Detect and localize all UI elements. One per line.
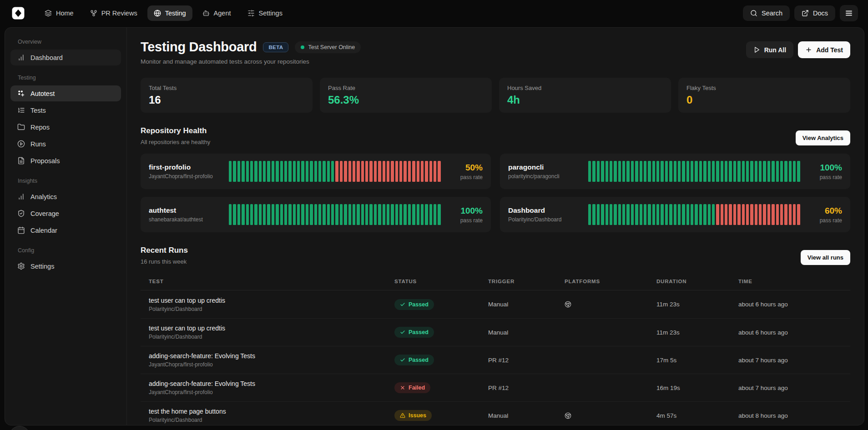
sidebar-item-repos[interactable]: Repos bbox=[10, 119, 121, 135]
pass-bar bbox=[618, 204, 621, 225]
pass-rate-label: pass rate bbox=[449, 217, 483, 224]
sidebar-item-analytics[interactable]: Analytics bbox=[10, 189, 121, 205]
run-test-cell: test the home page buttonsPolarityinc/Da… bbox=[149, 408, 394, 423]
repo-path: shanebarakat/authtest bbox=[149, 216, 221, 223]
pass-bar bbox=[772, 161, 774, 182]
view-analytics-button[interactable]: View Analytics bbox=[796, 130, 850, 145]
repo-card-authtest[interactable]: authtestshanebarakat/authtest100%pass ra… bbox=[141, 197, 491, 232]
run-test-repo: Polarityinc/Dashboard bbox=[149, 417, 394, 423]
pass-bar bbox=[293, 204, 296, 225]
pass-bar bbox=[246, 204, 249, 225]
repo-card-paragoncli[interactable]: paragonclipolarityinc/paragoncli100%pass… bbox=[500, 154, 850, 189]
fail-bar bbox=[353, 161, 355, 182]
app-logo[interactable] bbox=[10, 5, 26, 21]
repo-health-title: Repository Health bbox=[141, 126, 210, 135]
pass-bar bbox=[246, 161, 249, 182]
pass-bar bbox=[592, 204, 595, 225]
run-row[interactable]: adding-search-feature: Evolving TestsJay… bbox=[141, 346, 850, 374]
pass-bar bbox=[344, 204, 347, 225]
column-header-trigger: TRIGGER bbox=[488, 279, 565, 284]
run-test-name: test user can top up credtis bbox=[149, 297, 394, 304]
repo-card-dashboard[interactable]: DashboardPolarityinc/Dashboard60%pass ra… bbox=[500, 197, 850, 232]
pass-bar bbox=[318, 204, 321, 225]
fail-bar bbox=[374, 161, 377, 182]
menu-button[interactable] bbox=[840, 5, 858, 21]
play-icon bbox=[753, 46, 760, 53]
header-actions: Run All Add Test bbox=[746, 41, 850, 58]
run-all-label: Run All bbox=[764, 46, 786, 54]
pass-bar bbox=[314, 204, 317, 225]
pass-bar bbox=[695, 204, 697, 225]
nav-item-agent[interactable]: Agent bbox=[196, 5, 237, 21]
pass-bar bbox=[635, 204, 638, 225]
pass-bar bbox=[387, 204, 389, 225]
nav-item-home[interactable]: Home bbox=[38, 5, 80, 21]
pass-bar bbox=[601, 161, 604, 182]
pass-bar bbox=[755, 161, 757, 182]
sidebar-item-dashboard[interactable]: Dashboard bbox=[10, 50, 121, 65]
sidebar-item-settings[interactable]: Settings bbox=[10, 258, 121, 274]
nav-item-settings[interactable]: Settings bbox=[241, 5, 289, 21]
nav-item-pr-reviews[interactable]: PR Reviews bbox=[84, 5, 144, 21]
fail-bar bbox=[750, 204, 753, 225]
docs-button[interactable]: Docs bbox=[794, 5, 835, 21]
run-all-button[interactable]: Run All bbox=[746, 41, 793, 58]
pass-bar bbox=[306, 204, 308, 225]
pass-bar bbox=[369, 204, 372, 225]
pass-bar bbox=[601, 204, 604, 225]
run-row[interactable]: test user can top up credtisPolarityinc/… bbox=[141, 318, 850, 346]
nav-item-testing[interactable]: Testing bbox=[147, 5, 192, 21]
sidebar-item-calendar[interactable]: Calendar bbox=[10, 222, 121, 238]
sidebar-item-autotest[interactable]: Autotest bbox=[10, 85, 121, 101]
sidebar-item-tests[interactable]: Tests bbox=[10, 102, 121, 118]
status-label: Failed bbox=[409, 385, 425, 391]
pass-bar bbox=[391, 204, 394, 225]
run-test-repo: Polarityinc/Dashboard bbox=[149, 334, 394, 340]
pass-bar bbox=[365, 204, 368, 225]
server-status-label: Test Server Online bbox=[308, 44, 355, 50]
sidebar-item-coverage[interactable]: Coverage bbox=[10, 205, 121, 221]
fail-bar bbox=[369, 161, 372, 182]
fail-bar bbox=[767, 204, 770, 225]
beta-badge: BETA bbox=[263, 42, 288, 52]
pass-bar bbox=[721, 161, 723, 182]
run-row[interactable]: test user can top up credtisPolarityinc/… bbox=[141, 290, 850, 318]
pass-bar bbox=[280, 204, 283, 225]
sidebar-item-label: Runs bbox=[30, 140, 46, 148]
fail-bar bbox=[340, 161, 343, 182]
pass-bar bbox=[327, 161, 330, 182]
view-all-runs-button[interactable]: View all runs bbox=[801, 250, 850, 265]
repo-name: authtest bbox=[149, 206, 221, 215]
search-label: Search bbox=[762, 10, 782, 17]
sidebar-item-runs[interactable]: Runs bbox=[10, 136, 121, 152]
pass-bar bbox=[259, 161, 262, 182]
repo-card-first-profolio[interactable]: first-profolioJayantChopra/first-profoli… bbox=[141, 154, 491, 189]
fail-bar bbox=[391, 161, 394, 182]
pass-bar bbox=[399, 204, 402, 225]
status-label: Issues bbox=[409, 412, 426, 419]
pass-bar bbox=[280, 161, 283, 182]
pass-bar bbox=[656, 161, 659, 182]
run-row[interactable]: test the home page buttonsPolarityinc/Da… bbox=[141, 401, 850, 425]
repo-pass-rate-value: 50% bbox=[449, 163, 483, 173]
pass-bar bbox=[357, 204, 359, 225]
pass-bar bbox=[622, 204, 625, 225]
sidebar-item-proposals[interactable]: Proposals bbox=[10, 153, 121, 169]
run-test-name: test user can top up credtis bbox=[149, 325, 394, 332]
repo-pass-rate: 50%pass rate bbox=[449, 163, 483, 180]
online-dot-icon bbox=[301, 45, 304, 49]
stat-card-total-tests: Total Tests16 bbox=[141, 78, 313, 113]
pass-bar bbox=[314, 161, 317, 182]
pass-bar bbox=[318, 161, 321, 182]
run-trigger: PR #12 bbox=[488, 357, 565, 364]
search-button[interactable]: Search bbox=[743, 5, 790, 21]
pass-bar bbox=[618, 161, 621, 182]
run-duration: 16m 19s bbox=[656, 385, 738, 391]
user-avatar[interactable] bbox=[9, 426, 30, 430]
search-icon bbox=[750, 10, 757, 17]
run-row[interactable]: adding-search-feature: Evolving TestsJay… bbox=[141, 374, 850, 401]
check-icon bbox=[400, 357, 405, 363]
pass-bar bbox=[669, 161, 672, 182]
add-test-button[interactable]: Add Test bbox=[798, 41, 850, 58]
pass-bar bbox=[588, 161, 591, 182]
